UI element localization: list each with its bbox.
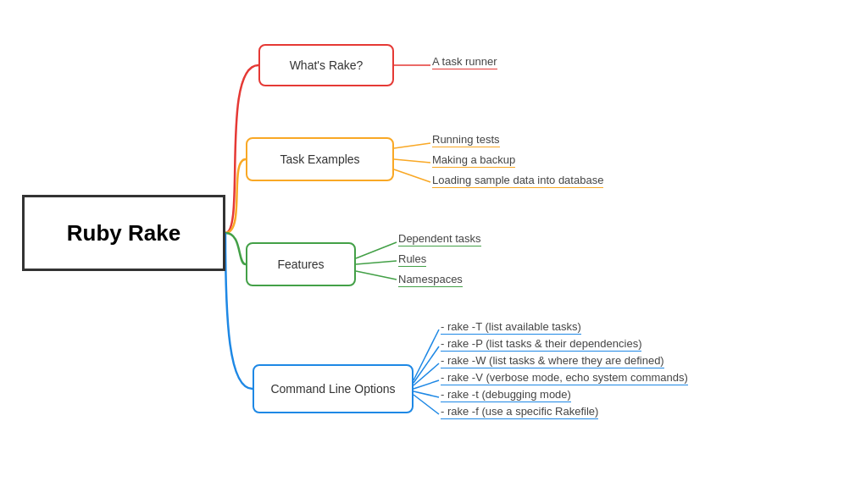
svg-line-11 — [414, 391, 439, 397]
whats-rake-label: What's Rake? — [290, 58, 364, 72]
cmd-leaf-4: - rake -V (verbose mode, echo system com… — [441, 371, 688, 385]
cmd-leaf-1: - rake -T (list available tasks) — [441, 320, 581, 335]
whats-rake-leaf-1: A task runner — [432, 55, 497, 69]
whats-rake-node: What's Rake? — [258, 44, 394, 86]
cmd-leaf-5: - rake -t (debugging mode) — [441, 388, 571, 402]
svg-line-2 — [394, 159, 430, 163]
svg-line-7 — [414, 330, 439, 380]
features-leaf-3: Namespaces — [398, 273, 463, 287]
features-node: Features — [246, 242, 356, 286]
cmd-leaf-2: - rake -P (list tasks & their dependenci… — [441, 337, 641, 352]
features-leaf-1: Dependent tasks — [398, 232, 481, 246]
root-label: Ruby Rake — [67, 220, 180, 246]
task-examples-label: Task Examples — [280, 152, 359, 166]
features-label: Features — [277, 258, 324, 271]
svg-line-6 — [356, 271, 397, 280]
features-leaf-2: Rules — [398, 252, 426, 267]
root-node: Ruby Rake — [22, 195, 225, 271]
task-examples-node: Task Examples — [246, 137, 394, 181]
svg-line-3 — [394, 169, 430, 182]
task-examples-leaf-2: Making a backup — [432, 153, 515, 168]
svg-line-12 — [414, 395, 439, 414]
svg-line-1 — [394, 143, 430, 148]
cmd-options-node: Command Line Options — [253, 364, 414, 413]
svg-line-8 — [414, 346, 439, 383]
cmd-leaf-6: - rake -f (use a specific Rakefile) — [441, 405, 598, 419]
svg-line-4 — [356, 242, 397, 258]
cmd-options-label: Command Line Options — [270, 382, 395, 396]
task-examples-leaf-3: Loading sample data into database — [432, 174, 603, 188]
task-examples-leaf-1: Running tests — [432, 133, 500, 147]
cmd-leaf-3: - rake -W (list tasks & where they are d… — [441, 354, 664, 368]
svg-line-5 — [356, 261, 397, 264]
